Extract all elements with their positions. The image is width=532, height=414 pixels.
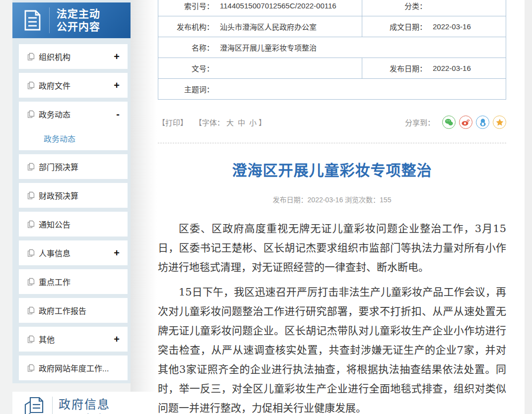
- document-icon: [23, 9, 42, 31]
- share-label: 分享到：: [405, 117, 435, 127]
- annual-divider: [52, 397, 53, 414]
- sidebar-nav: 组织机构 + 政府文件 + 政务动态 - 政务动态: [12, 38, 131, 380]
- table-row: 发布机构： 汕头市澄海区人民政府办公室 成文日期： 2022-03-16: [158, 16, 506, 37]
- page-copy-icon: [27, 364, 35, 372]
- collapse-toggle[interactable]: -: [116, 109, 120, 119]
- table-row: 索引号： 11440515007012565C/2022-00116 分类：: [158, 0, 506, 16]
- document-meta-table: 索引号： 11440515007012565C/2022-00116 分类： 发…: [158, 0, 506, 100]
- meta-label: 文号：: [158, 63, 214, 73]
- expand-toggle[interactable]: +: [114, 334, 120, 344]
- sidebar-item-gongzuobaogao[interactable]: 政府工作报告: [19, 298, 128, 323]
- meta-value: 2022-03-16: [433, 64, 471, 72]
- sidebar-item-label: 其他: [39, 333, 55, 345]
- sidebar-item-renshixinxi[interactable]: 人事信息 +: [19, 240, 128, 265]
- share-qq-button[interactable]: [476, 116, 489, 129]
- sidebar-item-label: 政府文件: [39, 79, 70, 91]
- qzone-star-icon: [496, 118, 504, 126]
- main-content: 索引号： 11440515007012565C/2022-00116 分类： 发…: [158, 0, 506, 414]
- table-row: 文号： 发布日期： 2022-03-16: [158, 58, 506, 79]
- meta-label: 发布机构：: [158, 21, 214, 32]
- sidebar: 法定主动 公开内容 组织机构 + 政府文件 + 政务动态 -: [12, 0, 131, 383]
- annual-report-title: 政府信息 公开年报: [59, 396, 110, 414]
- dashed-divider: [158, 143, 506, 143]
- sidebar-item-label: 人事信息: [39, 247, 70, 259]
- header-divider: [49, 7, 50, 33]
- meta-cell-doc-number: 文号：: [158, 58, 362, 78]
- expand-toggle[interactable]: +: [114, 248, 120, 258]
- article-toolbar: 【打印】 【字体： 大 中 小 】 分享到：: [158, 116, 506, 129]
- font-size-control: 【字体： 大 中 小 】: [195, 117, 266, 127]
- annual-report-line2: 公开年报: [59, 412, 110, 414]
- meta-label: 索引号：: [158, 0, 214, 11]
- expand-toggle[interactable]: +: [114, 52, 120, 61]
- meta-value: 2022-03-16: [433, 22, 471, 31]
- article-body: 区委、区政府高度重视无牌无证儿童彩妆问题企业整治工作，3月15日，区委书记王楚彬…: [158, 219, 506, 414]
- sidebar-item-label: 政府工作报告: [39, 304, 86, 316]
- meta-label: 分类：: [362, 0, 427, 11]
- sidebar-item-label: 组织机构: [39, 51, 70, 62]
- sidebar-item-label: 政务动态: [39, 108, 70, 120]
- expand-toggle[interactable]: +: [114, 80, 120, 90]
- meta-label: 发布日期：: [362, 63, 427, 73]
- qq-icon: [479, 118, 486, 126]
- sidebar-subitem-label: 政务动态: [44, 132, 75, 144]
- article-paragraph: 15日下午，我区迅速召开严厉打击非法生产儿童彩妆产品工作会议，再次对儿童彩妆问题…: [158, 283, 506, 414]
- sidebar-item-label: 财政预决算: [39, 189, 78, 201]
- sidebar-gap: [12, 383, 131, 392]
- article-paragraph: 区委、区政府高度重视无牌无证儿童彩妆问题企业整治工作，3月15日，区委书记王楚彬…: [158, 219, 506, 277]
- sidebar-item-qita[interactable]: 其他 +: [19, 327, 128, 352]
- sidebar-header-line2: 公开内容: [57, 20, 100, 33]
- meta-label: 主题词：: [158, 84, 214, 94]
- sidebar-item-caizhengyujuesuan[interactable]: 财政预决算: [19, 183, 128, 208]
- weibo-icon: [462, 118, 470, 126]
- font-size-small-button[interactable]: 小: [249, 117, 257, 127]
- meta-label: 成文日期：: [362, 21, 427, 32]
- meta-cell-issuer: 发布机构： 汕头市澄海区人民政府办公室: [158, 16, 362, 37]
- article-title: 澄海区开展儿童彩妆专项整治: [158, 160, 506, 181]
- annual-report-line1: 政府信息: [59, 397, 110, 412]
- meta-value: 11440515007012565C/2022-00116: [220, 1, 336, 10]
- page-copy-icon: [27, 220, 35, 229]
- sidebar-item-label: 部门预决算: [39, 161, 78, 173]
- sidebar-shadow: [131, 0, 157, 392]
- sidebar-item-bumenyujuesuan[interactable]: 部门预决算: [19, 154, 128, 179]
- annual-report-block[interactable]: 政府信息 公开年报: [12, 392, 131, 414]
- page-copy-icon: [27, 110, 35, 118]
- share-wechat-button[interactable]: [442, 116, 456, 129]
- page-copy-icon: [27, 81, 35, 90]
- page-copy-icon: [27, 278, 35, 286]
- print-button[interactable]: 【打印】: [158, 117, 188, 127]
- sidebar-item-zhengfuwenjian[interactable]: 政府文件 +: [19, 73, 128, 98]
- sidebar-header-title: 法定主动 公开内容: [57, 7, 100, 33]
- sidebar-item-zhengwudongtai[interactable]: 政务动态 - 政务动态: [19, 102, 128, 150]
- table-row: 名称： 澄海区开展儿童彩妆专项整治: [158, 37, 506, 58]
- page-copy-icon: [27, 163, 35, 171]
- sidebar-header-line1: 法定主动: [57, 7, 100, 20]
- meta-cell-name: 名称： 澄海区开展儿童彩妆专项整治: [158, 37, 506, 58]
- report-folder-icon: [22, 396, 46, 414]
- sidebar-item-wangzhannianbao[interactable]: 政府网站年度工作...: [19, 355, 128, 380]
- meta-cell-keywords: 主题词：: [158, 79, 506, 99]
- share-weibo-button[interactable]: [459, 116, 472, 129]
- font-label-suffix: 】: [259, 117, 266, 127]
- sidebar-item-zuzhijigou[interactable]: 组织机构 +: [19, 44, 128, 69]
- meta-cell-written-date: 成文日期： 2022-03-16: [362, 16, 506, 37]
- page-copy-icon: [27, 335, 35, 344]
- share-qzone-button[interactable]: [493, 116, 506, 129]
- meta-cell-index: 索引号： 11440515007012565C/2022-00116: [158, 0, 362, 16]
- sidebar-subitem-zhengwudongtai[interactable]: 政务动态: [19, 126, 128, 150]
- font-size-medium-button[interactable]: 中: [238, 117, 245, 127]
- meta-label: 名称：: [158, 42, 214, 53]
- page-right-margin: [525, 0, 532, 414]
- meta-value: 汕头市澄海区人民政府办公室: [220, 21, 317, 32]
- sidebar-item-row[interactable]: 政务动态 -: [19, 102, 128, 126]
- meta-cell-category: 分类：: [362, 0, 506, 16]
- share-bar: 分享到：: [405, 116, 506, 129]
- font-size-large-button[interactable]: 大: [226, 117, 234, 127]
- sidebar-item-zhongdiangongzuo[interactable]: 重点工作: [19, 269, 128, 294]
- meta-cell-publish-date: 发布日期： 2022-03-16: [362, 58, 506, 78]
- page-copy-icon: [27, 306, 35, 315]
- wechat-icon: [445, 118, 453, 126]
- page-left-margin: [0, 0, 12, 414]
- sidebar-item-tongzhigonggao[interactable]: 通知公告: [19, 212, 128, 237]
